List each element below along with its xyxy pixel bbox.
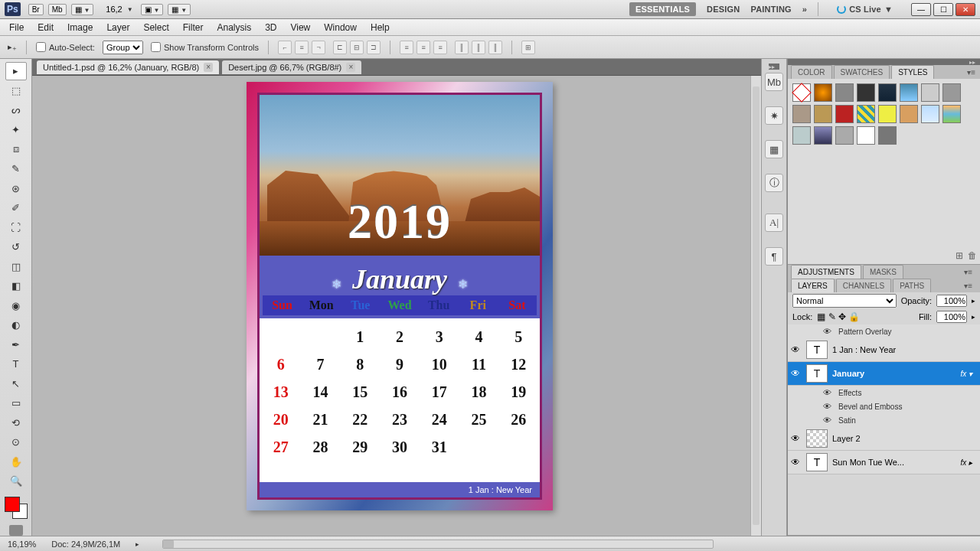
tab-layers[interactable]: LAYERS: [791, 279, 835, 292]
menu-layer[interactable]: Layer: [106, 22, 129, 33]
close-tab-icon[interactable]: ×: [346, 63, 355, 72]
info-icon[interactable]: ⓘ: [765, 174, 783, 192]
menu-edit[interactable]: Edit: [38, 22, 54, 33]
menu-help[interactable]: Help: [371, 22, 390, 33]
workspace-design[interactable]: DESIGN: [707, 5, 740, 14]
auto-align-button[interactable]: ⊞: [521, 41, 535, 54]
zoom-level[interactable]: 16,2: [106, 5, 122, 14]
canvas[interactable]: 2019 ❄ January ❄ SunMonTueWedThuFriSat 1…: [247, 82, 553, 510]
blur-tool[interactable]: ◉: [5, 296, 27, 315]
gradient-tool[interactable]: ◧: [5, 277, 27, 295]
style-swatch[interactable]: [878, 83, 897, 102]
menu-select[interactable]: Select: [143, 22, 168, 33]
style-swatch[interactable]: [878, 105, 897, 123]
tab-adjustments[interactable]: ADJUSTMENTS: [791, 265, 861, 279]
history-brush-tool[interactable]: ↺: [5, 238, 27, 256]
shape-tool[interactable]: ▭: [5, 394, 27, 412]
document-tab-1[interactable]: Untitled-1.psd @ 16,2% (January, RGB/8)×: [37, 60, 219, 74]
style-swatch[interactable]: [942, 83, 961, 102]
cslive-button[interactable]: CS Live ▼: [837, 5, 893, 14]
style-swatch[interactable]: [878, 126, 897, 145]
horizontal-scrollbar[interactable]: [162, 540, 714, 549]
style-swatch[interactable]: [792, 105, 811, 123]
zoom-tool[interactable]: 🔍: [5, 472, 27, 491]
tab-color[interactable]: COLOR: [791, 65, 832, 79]
vertical-scrollbar[interactable]: [750, 76, 761, 536]
hand-tool[interactable]: ✋: [5, 453, 27, 471]
pen-tool[interactable]: ✒: [5, 335, 27, 354]
minibridge-icon[interactable]: Mb: [765, 73, 783, 91]
style-swatch[interactable]: [900, 83, 918, 102]
menu-filter[interactable]: Filter: [183, 22, 204, 33]
arrange-docs-button[interactable]: ▦ ▼: [71, 4, 94, 15]
style-swatch[interactable]: [921, 83, 939, 102]
paragraph-icon[interactable]: ¶: [765, 247, 783, 266]
history-icon[interactable]: ✷: [765, 106, 783, 125]
style-swatch[interactable]: [814, 126, 832, 145]
style-swatch[interactable]: [900, 105, 918, 123]
menu-image[interactable]: Image: [67, 22, 93, 33]
dodge-tool[interactable]: ◐: [5, 316, 27, 334]
status-zoom[interactable]: 16,19%: [8, 540, 36, 549]
close-button[interactable]: ✕: [956, 3, 975, 16]
layer-item[interactable]: 👁Layer 2: [788, 427, 980, 451]
delete-style-icon[interactable]: 🗑: [968, 250, 977, 261]
workspace-essentials[interactable]: ESSENTIALS: [629, 2, 696, 16]
style-swatch[interactable]: [942, 105, 961, 123]
style-swatch[interactable]: [857, 126, 875, 145]
stamp-tool[interactable]: ⛶: [5, 218, 27, 236]
style-swatch[interactable]: [814, 83, 832, 102]
style-swatch[interactable]: [792, 126, 811, 145]
show-transform-check[interactable]: Show Transform Controls: [151, 42, 259, 52]
tab-paths[interactable]: PATHS: [893, 279, 931, 292]
tab-swatches[interactable]: SWATCHES: [834, 65, 890, 79]
workspace-painting[interactable]: PAINTING: [750, 5, 791, 14]
tab-masks[interactable]: MASKS: [863, 265, 903, 279]
screen-mode-button[interactable]: ▣ ▼: [141, 4, 164, 15]
type-tool[interactable]: T: [5, 355, 27, 373]
move-tool[interactable]: ▸: [5, 62, 27, 80]
panel-menu-icon[interactable]: ▾≡: [961, 66, 978, 79]
style-swatch[interactable]: [835, 126, 854, 145]
wand-tool[interactable]: ✦: [5, 121, 27, 139]
navigator-icon[interactable]: ▦: [765, 140, 783, 158]
style-swatch[interactable]: [835, 83, 854, 102]
status-docsize[interactable]: Doc: 24,9M/26,1M: [51, 540, 120, 549]
heal-tool[interactable]: ⊛: [5, 179, 27, 197]
menu-view[interactable]: View: [290, 22, 310, 33]
document-tab-2[interactable]: Desert.jpg @ 66,7% (RGB/8#)×: [222, 60, 361, 74]
minimize-button[interactable]: —: [911, 3, 931, 16]
eraser-tool[interactable]: ◫: [5, 257, 27, 276]
close-tab-icon[interactable]: ×: [204, 63, 213, 72]
fill-input[interactable]: [936, 311, 967, 323]
menu-analysis[interactable]: Analysis: [217, 22, 251, 33]
minibridge-button[interactable]: Mb: [48, 4, 67, 15]
layer-item-selected[interactable]: 👁TJanuaryfx ▾: [788, 362, 980, 386]
layer-item[interactable]: 👁T1 Jan : New Year: [788, 338, 980, 362]
style-swatch[interactable]: [921, 105, 939, 123]
tab-channels[interactable]: CHANNELS: [836, 279, 891, 292]
layer-item[interactable]: 👁TSun Mon Tue We...fx ▸: [788, 451, 980, 474]
style-swatch[interactable]: [792, 83, 811, 102]
character-icon[interactable]: A|: [765, 214, 783, 232]
3d-tool[interactable]: ⟲: [5, 414, 27, 432]
extras-button[interactable]: ▦ ▼: [168, 4, 191, 15]
style-swatch[interactable]: [857, 105, 875, 123]
path-sel-tool[interactable]: ↖: [5, 375, 27, 393]
menu-file[interactable]: File: [9, 22, 24, 33]
maximize-button[interactable]: ☐: [933, 3, 953, 16]
eyedropper-tool[interactable]: ✎: [5, 160, 27, 178]
panel-menu-icon[interactable]: ▾≡: [958, 266, 978, 279]
new-style-icon[interactable]: ⊞: [956, 250, 963, 261]
color-swatches[interactable]: [5, 497, 28, 519]
brush-tool[interactable]: ✐: [5, 199, 27, 217]
style-swatch[interactable]: [814, 105, 832, 123]
style-swatch[interactable]: [835, 105, 854, 123]
bridge-button[interactable]: Br: [28, 4, 44, 15]
workspace-more[interactable]: »: [802, 5, 807, 14]
blend-mode-select[interactable]: Normal: [792, 294, 897, 308]
menu-window[interactable]: Window: [324, 22, 357, 33]
opacity-input[interactable]: [936, 295, 967, 307]
auto-select-check[interactable]: Auto-Select:: [36, 42, 95, 52]
crop-tool[interactable]: ⧈: [5, 140, 27, 158]
